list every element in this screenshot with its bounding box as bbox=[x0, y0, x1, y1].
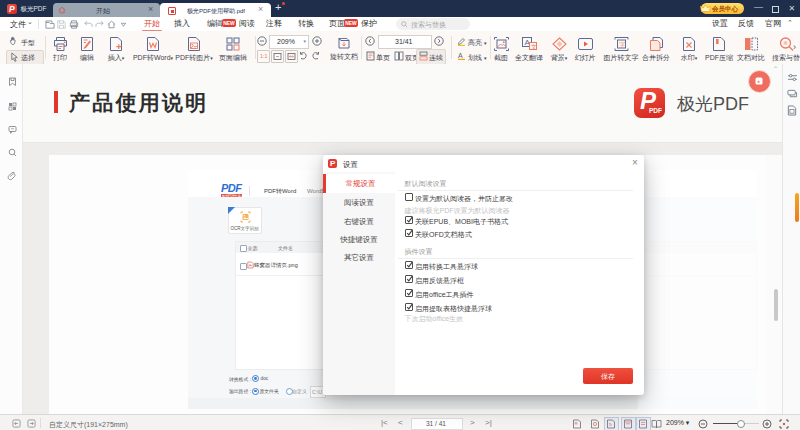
svg-text:A: A bbox=[458, 52, 463, 59]
svg-text:字: 字 bbox=[619, 41, 626, 48]
svg-text:文: 文 bbox=[531, 43, 537, 50]
